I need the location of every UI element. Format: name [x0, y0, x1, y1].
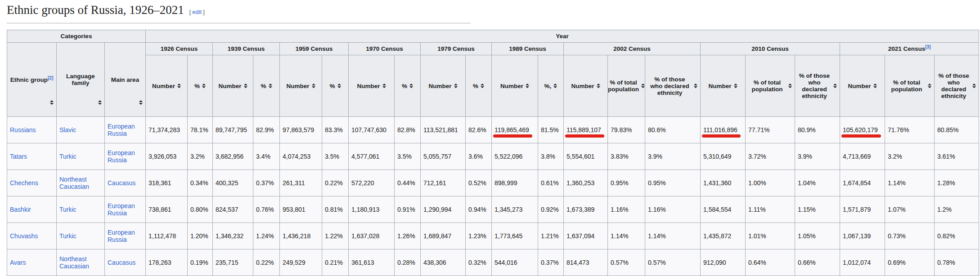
value-cell: 1,689,847 — [421, 223, 466, 249]
column-header-2010-census-percent-of-those-who-declared-ethnicity[interactable]: % of those who declared ethnicity — [795, 55, 840, 117]
ethnic-group-link[interactable]: Russians — [10, 126, 36, 134]
column-header-1959-census-number[interactable]: Number — [280, 55, 322, 117]
value-text: 0.22% — [325, 179, 343, 187]
main-area-link[interactable]: European Russia — [108, 123, 135, 137]
value-cell: 1,290,994 — [421, 196, 466, 223]
sort-icon — [481, 84, 484, 88]
value-cell: 1.28% — [935, 170, 979, 196]
ethnic-group-link[interactable]: Chechens — [10, 179, 38, 187]
value-text: 0.64% — [748, 259, 766, 266]
value-cell: 0.78% — [935, 249, 979, 276]
main-area-link[interactable]: Caucasus — [108, 179, 135, 187]
value-text: 77.71% — [748, 126, 769, 134]
column-header-1939-census-percent[interactable]: % — [253, 55, 280, 117]
value-text: 0.76% — [256, 206, 274, 213]
value-cell: 0.37% — [253, 170, 280, 196]
ethnic-group-link[interactable]: Tatars — [10, 153, 27, 160]
value-text: 4,577,061 — [351, 153, 379, 160]
column-header-ethnic-group[interactable]: Ethnic group[2] — [7, 43, 57, 117]
ethnic-group-link[interactable]: Avars — [10, 259, 26, 266]
value-cell: 1.16% — [608, 196, 645, 223]
column-header-2010-census-number[interactable]: Number — [701, 55, 746, 117]
column-header-1979-census-percent[interactable]: % — [466, 55, 492, 117]
value-cell: 0.61% — [538, 170, 564, 196]
value-cell: 77.71% — [746, 117, 795, 143]
reference-link[interactable]: [2] — [48, 75, 53, 80]
main-area-link[interactable]: European Russia — [108, 229, 135, 243]
value-cell: 3.6% — [466, 143, 492, 170]
reference-sup: [2] — [48, 75, 53, 80]
value-text: 0.61% — [541, 179, 559, 187]
column-header-2010-census-percent-of-total-population[interactable]: % of total population — [746, 55, 795, 117]
column-header-language-family[interactable]: Language family — [57, 43, 105, 117]
value-cell: 0.81% — [322, 196, 349, 223]
column-header-1970-census-percent[interactable]: % — [395, 55, 421, 117]
census-header-2002-census: 2002 Census — [564, 43, 701, 55]
value-cell: 81.5% — [538, 117, 564, 143]
sort-icon — [337, 84, 341, 88]
value-cell: 1.14% — [645, 223, 701, 249]
column-header-label: Number — [286, 83, 309, 89]
value-cell: 235,715 — [213, 249, 253, 276]
value-text: 3,682,956 — [216, 153, 243, 160]
column-header-main-area[interactable]: Main area — [105, 43, 146, 117]
ethnic-group-link[interactable]: Bashkir — [10, 206, 31, 213]
column-header-1979-census-number[interactable]: Number — [421, 55, 466, 117]
page-title: Ethnic groups of Russia, 1926–2021 — [7, 3, 184, 17]
column-header-1989-census-number[interactable]: Number — [492, 55, 538, 117]
column-header-2002-census-percent-of-total-population[interactable]: % of total population — [608, 55, 645, 117]
ethnic-group-cell: Chuvashs — [7, 223, 57, 249]
column-header-label: % of total population — [748, 79, 786, 93]
reference-link[interactable]: [3] — [925, 45, 931, 49]
column-header-1926-census-percent[interactable]: % — [188, 55, 213, 117]
census-header-label: 1989 Census — [509, 45, 546, 52]
value-text: 0.37% — [256, 179, 274, 187]
column-header-2002-census-percent-of-those-who-declared-ethnicity[interactable]: % of those who declared ethnicity — [645, 55, 701, 117]
main-area-link[interactable]: European Russia — [108, 202, 135, 217]
column-header-1970-census-number[interactable]: Number — [349, 55, 395, 117]
value-text: 3,926,053 — [148, 153, 176, 160]
language-family-link[interactable]: Northeast Caucasian — [59, 176, 89, 190]
value-text: 3.61% — [937, 153, 955, 160]
language-family-link[interactable]: Northeast Caucasian — [59, 255, 89, 270]
value-text: 1,345,273 — [494, 206, 522, 213]
value-cell: 80.9% — [795, 117, 840, 143]
value-cell: 3.2% — [188, 143, 213, 170]
value-text: 0.34% — [190, 179, 208, 187]
column-header-1959-census-percent[interactable]: % — [322, 55, 349, 117]
value-text: 1.22% — [325, 232, 343, 240]
language-family-link[interactable]: Slavic — [59, 126, 76, 134]
census-header-label: 2021 Census — [888, 45, 926, 52]
main-area-link[interactable]: European Russia — [108, 149, 135, 164]
value-cell: 5,554,601 — [564, 143, 608, 170]
edit-link[interactable]: edit — [191, 9, 203, 15]
value-cell: 3,682,956 — [213, 143, 253, 170]
value-cell: 80.6% — [645, 117, 701, 143]
column-header-label: % — [194, 83, 200, 89]
value-cell: 1,180,913 — [349, 196, 395, 223]
value-text: 1.01% — [748, 232, 766, 240]
language-family-link[interactable]: Turkic — [59, 153, 76, 160]
sort-icon — [454, 84, 458, 88]
value-cell: 0.95% — [608, 170, 645, 196]
language-family-link[interactable]: Turkic — [59, 206, 76, 213]
column-header-2021-census-percent-of-total-population[interactable]: % of total population — [885, 55, 935, 117]
main-area-link[interactable]: Caucasus — [108, 259, 135, 266]
value-text: 1,637,028 — [351, 232, 379, 240]
language-family-cell: Turkic — [57, 223, 105, 249]
column-header-1989-census-percent[interactable]: %, — [538, 55, 564, 117]
language-family-link[interactable]: Turkic — [59, 232, 76, 240]
column-header-2021-census-number[interactable]: Number — [840, 55, 885, 117]
value-text: 438,306 — [423, 259, 446, 266]
value-cell: 1,360,253 — [564, 170, 608, 196]
column-header-1926-census-number[interactable]: Number — [146, 55, 188, 117]
column-header-2002-census-number[interactable]: Number — [564, 55, 608, 117]
ethnic-group-link[interactable]: Chuvashs — [10, 232, 38, 240]
column-header-1939-census-number[interactable]: Number — [213, 55, 253, 117]
census-header-1939-census: 1939 Census — [213, 43, 280, 55]
value-cell: 83.3% — [322, 117, 349, 143]
column-header-2021-census-percent-of-those-who-declared-ethnicity[interactable]: % of those who declared ethnicity — [935, 55, 979, 117]
value-cell: 0.66% — [795, 249, 840, 276]
value-text: 3.83% — [611, 153, 629, 160]
value-text: 1.05% — [798, 232, 816, 240]
